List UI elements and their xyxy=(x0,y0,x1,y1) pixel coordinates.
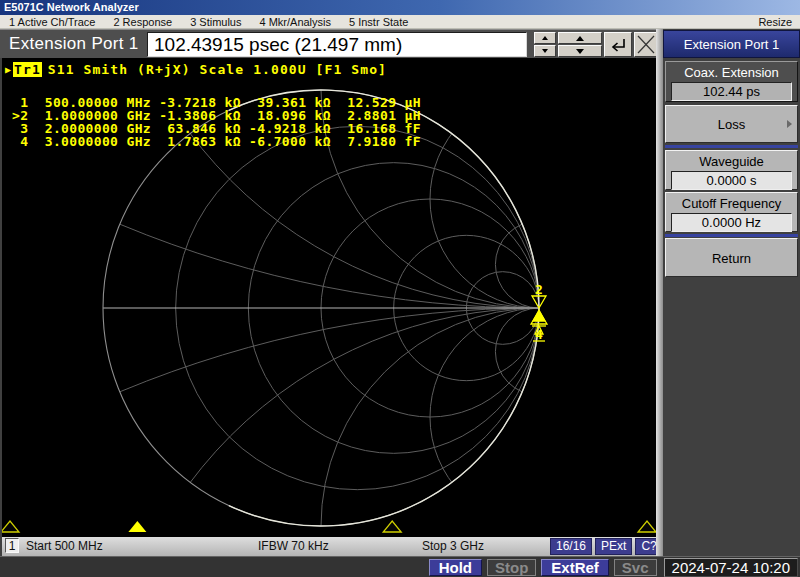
datetime-display: 2024-07-24 10:20 xyxy=(664,558,798,577)
marker-row-4: 4 3.0000000 GHz 1.7863 kΩ -6.7000 kΩ 7.9… xyxy=(12,134,421,149)
softkey-separator xyxy=(665,234,798,237)
menu-mkr-analysis[interactable]: 4 Mkr/Analysis xyxy=(250,16,340,28)
svg-text:4: 4 xyxy=(535,327,543,342)
cutoff-frequency-label: Cutoff Frequency xyxy=(666,196,797,211)
menu-stimulus[interactable]: 3 Stimulus xyxy=(181,16,250,28)
instrument-screen: E5071C Network Analyzer 1 Active Ch/Trac… xyxy=(0,0,800,577)
stimulus-marker-3 xyxy=(383,521,401,532)
menu-instr-state[interactable]: 5 Instr State xyxy=(340,16,417,28)
pext-badge: PExt xyxy=(595,538,632,555)
entry-label: Extension Port 1 xyxy=(9,34,139,54)
menu-response[interactable]: 2 Response xyxy=(104,16,181,28)
loss-button[interactable]: Loss xyxy=(665,105,798,143)
active-trace-arrow-icon: ▶ xyxy=(5,64,11,75)
stimulus-marker-4 xyxy=(638,521,656,532)
up-arrow-icon xyxy=(542,36,548,40)
channel-number-box: 1 xyxy=(5,538,19,553)
coax-extension-value: 102.44 ps xyxy=(671,82,792,101)
stimulus-marker-1 xyxy=(2,521,19,532)
loss-label: Loss xyxy=(666,109,797,141)
stop-indicator: Stop xyxy=(487,559,536,576)
ifbw-label: IFBW 70 kHz xyxy=(258,539,329,553)
return-label: Return xyxy=(666,242,797,275)
chart-area: 24 ▶ Tr1 S11 Smith (R+jX) Scale 1.000U [… xyxy=(2,58,658,537)
trace-format-text: S11 Smith (R+jX) Scale 1.000U [F1 Smo] xyxy=(48,62,387,77)
softkey-menu-title: Extension Port 1 xyxy=(663,30,800,58)
cutoff-frequency-value: 0.0000 Hz xyxy=(671,213,792,232)
coarse-spin-up-button[interactable] xyxy=(558,32,602,44)
return-button[interactable]: Return xyxy=(665,238,798,277)
coarse-spinner xyxy=(558,32,602,57)
submenu-arrow-icon xyxy=(787,120,792,128)
channel-status-bar: 1 Start 500 MHz IFBW 70 kHz Stop 3 GHz 1… xyxy=(2,537,658,556)
softkey-menu: Extension Port 1 Coax. Extension 102.44 … xyxy=(663,29,800,556)
enter-icon xyxy=(609,37,627,53)
stimulus-marker-2 xyxy=(128,521,146,532)
coax-extension-label: Coax. Extension xyxy=(666,65,797,80)
up-arrow-icon xyxy=(576,36,584,41)
fine-spin-up-button[interactable] xyxy=(534,32,556,44)
trace-name-badge[interactable]: Tr1 xyxy=(13,62,42,77)
window-title-bar: E5071C Network Analyzer xyxy=(0,0,800,15)
start-frequency-label: Start 500 MHz xyxy=(26,539,103,553)
menu-bar: 1 Active Ch/Trace 2 Response 3 Stimulus … xyxy=(0,15,800,29)
instrument-status-bar: Hold Stop ExtRef Svc 2024-07-24 10:20 xyxy=(0,556,800,577)
entry-close-button[interactable] xyxy=(634,32,658,57)
stop-frequency-label: Stop 3 GHz xyxy=(422,539,484,553)
waveguide-label: Waveguide xyxy=(666,154,797,169)
extension-value-input[interactable] xyxy=(147,32,527,57)
down-arrow-icon xyxy=(542,49,548,53)
points-badge: 16/16 xyxy=(550,538,592,555)
extref-indicator: ExtRef xyxy=(541,559,609,576)
menu-active-ch-trace[interactable]: 1 Active Ch/Trace xyxy=(0,16,104,28)
svg-text:2: 2 xyxy=(535,282,543,297)
waveguide-value: 0.0000 s xyxy=(671,171,792,190)
fine-spinner xyxy=(534,32,556,57)
softkey-separator xyxy=(665,145,798,148)
coax-extension-button[interactable]: Coax. Extension 102.44 ps xyxy=(665,61,798,102)
marker-cluster: 24 xyxy=(531,282,547,342)
entry-bar: Extension Port 1 xyxy=(0,29,656,58)
sweep-hold-indicator: Hold xyxy=(429,559,482,576)
cutoff-frequency-button[interactable]: Cutoff Frequency 0.0000 Hz xyxy=(665,192,798,232)
entry-enter-button[interactable] xyxy=(604,32,632,57)
trace-status-line: ▶ Tr1 S11 Smith (R+jX) Scale 1.000U [F1 … xyxy=(5,62,387,77)
close-icon xyxy=(637,35,655,54)
svc-indicator: Svc xyxy=(614,559,657,576)
fine-spin-down-button[interactable] xyxy=(534,45,556,57)
waveguide-button[interactable]: Waveguide 0.0000 s xyxy=(665,150,798,190)
down-arrow-icon xyxy=(576,49,584,54)
main-sidebar-divider xyxy=(656,29,663,556)
coarse-spin-down-button[interactable] xyxy=(558,45,602,57)
menu-resize[interactable]: Resize xyxy=(758,16,800,28)
window-title: E5071C Network Analyzer xyxy=(4,1,139,13)
